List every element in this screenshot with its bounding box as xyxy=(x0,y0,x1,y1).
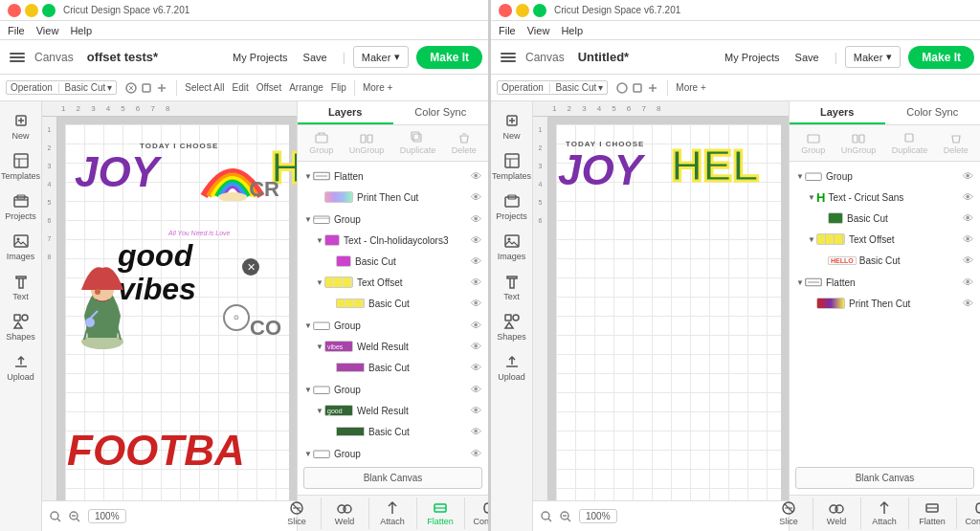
layers-tab-colorsync-right[interactable]: Color Sync xyxy=(885,101,981,124)
layers-duplicate-btn-right[interactable]: Duplicate xyxy=(888,129,932,157)
canvas-item-close-left[interactable]: ✕ xyxy=(242,258,259,276)
sidebar-item-shapes-right[interactable]: Shapes xyxy=(493,308,531,346)
save-btn-right[interactable]: Save xyxy=(788,48,827,67)
layer-flatten-row-left[interactable]: ▼ Flatten 👁 xyxy=(298,166,488,187)
contour-btn-left[interactable]: Contour xyxy=(465,498,489,529)
flatten-btn-left[interactable]: Flatten xyxy=(417,498,465,529)
layer-cricut-sans-row-right[interactable]: ▼ H Text - Cricut Sans 👁 xyxy=(801,187,980,208)
slice-btn-right[interactable]: Slice xyxy=(766,498,813,529)
select-all-btn-left[interactable]: Select All xyxy=(185,82,224,93)
offset-btn-left[interactable]: Offset xyxy=(256,82,282,93)
minimize-btn-right[interactable] xyxy=(516,4,529,17)
operation-dropdown-left[interactable]: Operation | Basic Cut ▾ xyxy=(6,80,117,95)
sidebar-item-images-left[interactable]: Images xyxy=(2,228,40,266)
layer-weld1-row-left[interactable]: ▼ vibes Weld Result 👁 xyxy=(309,336,488,357)
sidebar-item-upload-right[interactable]: Upload xyxy=(493,348,531,387)
layer-textoffset1-eye-left[interactable]: 👁 xyxy=(469,276,482,289)
layers-delete-btn-right[interactable]: Delete xyxy=(940,129,972,157)
layer-flatten-row-right[interactable]: ▼ Flatten 👁 xyxy=(790,272,980,293)
operation-label-left: Operation xyxy=(11,82,53,93)
layer-weld2-row-left[interactable]: ▼ good Weld Result 👁 xyxy=(309,400,488,421)
my-projects-btn-left[interactable]: My Projects xyxy=(233,52,287,63)
attach-btn-right[interactable]: Attach xyxy=(861,498,909,529)
zoom-level-right[interactable]: 100% xyxy=(579,509,617,523)
blank-canvas-btn-left[interactable]: Blank Canvas xyxy=(303,467,482,489)
minimize-btn-left[interactable] xyxy=(25,4,38,17)
menu-file-left[interactable]: File xyxy=(8,25,25,36)
slice-btn-left[interactable]: Slice xyxy=(274,498,322,529)
hamburger-menu-right[interactable] xyxy=(497,49,520,66)
menu-help-right[interactable]: Help xyxy=(561,25,583,36)
sidebar-item-text-right[interactable]: Text xyxy=(493,268,531,306)
layers-group-btn-left[interactable]: Group xyxy=(305,129,337,157)
attach-btn-left[interactable]: Attach xyxy=(369,498,417,529)
maker-btn-right[interactable]: Maker ▾ xyxy=(845,46,902,68)
layers-tab-layers-left[interactable]: Layers xyxy=(298,101,393,124)
layer-holiday-row-left[interactable]: ▼ Text - Cln-holidaycolors3 👁 xyxy=(309,230,488,251)
layers-duplicate-btn-left[interactable]: Duplicate xyxy=(396,129,440,157)
maximize-btn-right[interactable] xyxy=(533,4,546,17)
sidebar-item-new-left[interactable]: New xyxy=(2,107,40,145)
sidebar-item-new-right[interactable]: New xyxy=(493,107,531,145)
my-projects-btn-right[interactable]: My Projects xyxy=(724,52,779,63)
close-btn-left[interactable] xyxy=(8,4,21,17)
layers-delete-btn-left[interactable]: Delete xyxy=(448,129,480,157)
contour-btn-right[interactable]: Contour xyxy=(957,498,981,529)
more-btn-left[interactable]: More + xyxy=(363,82,392,93)
arrange-btn-left[interactable]: Arrange xyxy=(289,82,323,93)
menu-view-right[interactable]: View xyxy=(527,25,550,36)
menu-view-left[interactable]: View xyxy=(36,25,59,36)
layer-ptc-eye-left[interactable]: 👁 xyxy=(469,190,482,204)
sidebar-item-projects-left[interactable]: Projects xyxy=(2,188,40,226)
layer-group3-row-left[interactable]: ▼ Group 👁 xyxy=(298,379,488,400)
layer-print-then-cut-row-left[interactable]: Print Then Cut 👁 xyxy=(309,187,488,208)
maker-btn-left[interactable]: Maker ▾ xyxy=(353,46,410,68)
make-it-btn-left[interactable]: Make It xyxy=(416,46,482,69)
layer-textoffset1-bc-row-left[interactable]: Basic Cut 👁 xyxy=(321,293,488,314)
sidebar-projects-label-right: Projects xyxy=(496,211,527,221)
svg-rect-47 xyxy=(806,173,822,181)
zoom-level-left[interactable]: 100% xyxy=(88,509,126,523)
hamburger-menu-left[interactable] xyxy=(6,49,29,66)
menu-help-left[interactable]: Help xyxy=(70,25,92,36)
canvas-area-right[interactable]: TODAY I CHOOSE JOY HEL xyxy=(548,117,789,500)
operation-dropdown-right[interactable]: Operation | Basic Cut ▾ xyxy=(497,80,608,95)
layer-group4-row-left[interactable]: ▼ Group 👁 xyxy=(298,443,488,461)
maximize-btn-left[interactable] xyxy=(42,4,56,17)
sidebar-item-projects-right[interactable]: Projects xyxy=(493,188,531,226)
make-it-btn-right[interactable]: Make It xyxy=(908,46,974,69)
layer-textoffset1-row-left[interactable]: ▼ Text Offset 👁 xyxy=(309,272,488,293)
edit-btn-left[interactable]: Edit xyxy=(232,82,248,93)
flip-btn-left[interactable]: Flip xyxy=(331,82,346,93)
layers-group-btn-right[interactable]: Group xyxy=(797,129,829,157)
sidebar-item-upload-left[interactable]: Upload xyxy=(2,348,40,387)
layers-ungroup-btn-right[interactable]: UnGroup xyxy=(837,129,880,157)
sidebar-item-shapes-left[interactable]: Shapes xyxy=(2,308,40,346)
layers-ungroup-btn-left[interactable]: UnGroup xyxy=(345,129,389,157)
sidebar-item-templates-right[interactable]: Templates xyxy=(493,147,531,186)
layer-textoffset-row-right[interactable]: ▼ Text Offset 👁 xyxy=(801,229,980,250)
more-btn-right[interactable]: More + xyxy=(676,82,705,93)
layer-group1-row-left[interactable]: ▼ Group 👁 xyxy=(298,209,488,230)
blank-canvas-btn-right[interactable]: Blank Canvas xyxy=(795,467,974,489)
save-btn-left[interactable]: Save xyxy=(296,48,335,67)
layer-ptc-row-right[interactable]: Print Then Cut 👁 xyxy=(801,293,980,314)
sidebar-item-text-left[interactable]: Text xyxy=(2,268,40,306)
weld-btn-right[interactable]: Weld xyxy=(813,498,861,529)
layer-group1-row-right[interactable]: ▼ Group 👁 xyxy=(790,166,980,187)
layer-holiday-bc-row-left[interactable]: Basic Cut 👁 xyxy=(321,251,488,272)
weld-btn-left[interactable]: Weld xyxy=(322,498,369,529)
layer-group2-row-left[interactable]: ▼ Group 👁 xyxy=(298,315,488,336)
layer-flatten-eye-left[interactable]: 👁 xyxy=(469,169,482,183)
layer-holiday-eye-left[interactable]: 👁 xyxy=(469,233,482,247)
layer-group1-eye-left[interactable]: 👁 xyxy=(469,212,482,226)
canvas-area-left[interactable]: TODAY I CHOOSE JOY xyxy=(57,117,297,500)
sidebar-item-images-right[interactable]: Images xyxy=(493,228,531,266)
close-btn-right[interactable] xyxy=(499,4,512,17)
layers-tab-colorsync-left[interactable]: Color Sync xyxy=(393,101,489,124)
flatten-btn-right[interactable]: Flatten xyxy=(909,498,957,529)
menu-file-right[interactable]: File xyxy=(499,25,516,36)
layers-tab-layers-right[interactable]: Layers xyxy=(790,101,885,124)
sidebar-item-templates-left[interactable]: Templates xyxy=(2,147,40,186)
layer-weld1-bc-row-left[interactable]: Basic Cut 👁 xyxy=(321,357,488,378)
